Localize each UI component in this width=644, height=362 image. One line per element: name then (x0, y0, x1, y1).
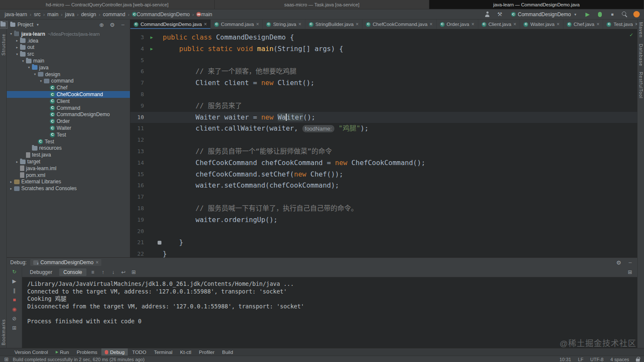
debug-tab-debugger[interactable]: Debugger (26, 268, 57, 276)
line-number[interactable]: 7 (130, 77, 147, 89)
code-line[interactable]: 21 } (130, 237, 637, 248)
hide-panel-icon[interactable] (627, 259, 634, 266)
tree-item-chefcookcommand[interactable]: ChefCookCommand (7, 91, 130, 98)
tree-item-scratches-and-consoles[interactable]: Scratches and Consoles (7, 185, 130, 192)
toolwindow-button-todo[interactable]: TODO (129, 348, 150, 356)
tree-item-waiter[interactable]: Waiter (7, 125, 130, 131)
build-hammer-icon[interactable] (496, 11, 503, 18)
bookmarks-toolwindow-button[interactable]: Bookmarks (1, 319, 6, 345)
close-icon[interactable] (596, 22, 599, 27)
scroll-up-icon[interactable]: ↑ (99, 269, 107, 275)
code-line[interactable]: 19 waiter.orderingUp(); (130, 214, 637, 226)
line-number[interactable]: 20 (130, 226, 147, 237)
inspections-ok-icon[interactable] (630, 31, 633, 38)
editor-tab-string-java[interactable]: String.java (263, 20, 305, 29)
line-number[interactable]: 19 (130, 214, 147, 226)
code-line[interactable]: 6 // 来了一个顾客，他想要吃鸡腿 (130, 66, 637, 77)
status-item-utf-8[interactable]: UTF-8 (590, 357, 604, 362)
code-line[interactable]: 17 (130, 191, 637, 203)
chevron-icon[interactable] (14, 39, 20, 43)
breadcrumb-item-main[interactable]: main (47, 11, 59, 17)
mute-breakpoints-icon[interactable]: ⊘ (12, 316, 16, 322)
window-title-tab[interactable]: saas-micro — Task.java [oa-service] (215, 0, 429, 9)
breadcrumb-item-src[interactable]: src (33, 11, 41, 17)
editor-tab-order-java[interactable]: Order.java (437, 20, 478, 29)
chevron-icon[interactable] (14, 160, 20, 164)
chevron-down-icon[interactable] (37, 23, 39, 27)
split-icon[interactable]: ⊞ (130, 269, 138, 275)
close-icon[interactable] (513, 22, 516, 27)
code-line[interactable]: 22} (130, 248, 637, 257)
rerun-icon[interactable]: ↻ (12, 269, 16, 275)
close-icon[interactable] (95, 260, 98, 265)
avatar[interactable] (633, 11, 640, 17)
line-number[interactable]: 8 (130, 89, 147, 100)
tree-item-out[interactable]: out (7, 44, 130, 51)
soft-wrap-icon[interactable]: ↩ (120, 269, 127, 275)
chevron-icon[interactable] (38, 79, 43, 83)
database-toolwindow-button[interactable]: Database (638, 44, 644, 66)
breadcrumb-item-commanddesigndemo[interactable]: CommandDesignDemo (132, 11, 190, 17)
line-number[interactable]: 16 (130, 180, 147, 191)
code-line[interactable]: 5 (130, 55, 637, 66)
console-output[interactable]: /Library/Java/JavaVirtualMachines/jdk1.8… (22, 277, 637, 348)
debug-session-tab[interactable]: CommandDesignDemo (30, 259, 102, 266)
close-icon[interactable] (430, 22, 433, 27)
status-item-10-31[interactable]: 10:31 (559, 357, 571, 362)
run-button[interactable] (584, 11, 591, 18)
run-line-icon[interactable] (150, 43, 153, 55)
tree-item-test-java[interactable]: test.java (7, 151, 130, 158)
chevron-icon[interactable] (9, 187, 14, 191)
restfultool-toolwindow-button[interactable]: RestfulTool (638, 72, 644, 99)
chevron-icon[interactable] (14, 52, 20, 56)
tree-item-order[interactable]: Order (7, 118, 130, 125)
stop-button[interactable] (609, 11, 616, 18)
line-number[interactable]: 10 (130, 112, 147, 123)
editor-tab-waiter-java[interactable]: Waiter.java (520, 20, 563, 29)
toolwindow-button-run[interactable]: Run (52, 348, 72, 356)
line-number[interactable]: 21 (130, 237, 147, 248)
code-line[interactable]: 15 chefCookCommand.setChef(new Chef()); (130, 169, 637, 180)
toolwindow-button-version-control[interactable]: Version Control (11, 348, 52, 356)
close-icon[interactable] (356, 22, 359, 27)
line-number[interactable]: 4 (130, 43, 147, 55)
debug-tab-console[interactable]: Console (59, 268, 86, 276)
stop-icon[interactable]: ■ (13, 297, 16, 303)
tree-item-test[interactable]: Test (7, 138, 130, 145)
pause-icon[interactable]: ∥ (13, 288, 16, 294)
line-number[interactable]: 14 (130, 157, 147, 169)
code-line[interactable]: 7 Client client = new Client(); (130, 77, 637, 89)
code-line[interactable]: 20 (130, 226, 637, 237)
toolwindow-button-kt-ctl[interactable]: Kt-ctl (177, 348, 195, 356)
code-line[interactable]: 14 ChefCookCommand chefCookCommand = new… (130, 157, 637, 169)
toolwindow-button-problems[interactable]: Problems (73, 348, 101, 356)
chevron-icon[interactable] (14, 46, 20, 49)
status-item-lf[interactable]: LF (578, 357, 584, 362)
code-line[interactable]: 18 // 服务员喊一下有订单了，执行自己自己带的命令。 (130, 203, 637, 214)
hide-panel-icon[interactable] (119, 21, 126, 29)
run-configuration-select[interactable]: CommandDesignDemo (509, 11, 579, 18)
tree-item-src[interactable]: src (7, 51, 130, 57)
chevron-icon[interactable] (9, 180, 14, 184)
line-number[interactable]: 12 (130, 134, 147, 146)
line-number[interactable]: 13 (130, 146, 147, 157)
breadcrumb-item-main[interactable]: main (196, 11, 213, 17)
line-number[interactable]: 17 (130, 191, 147, 203)
close-icon[interactable] (204, 22, 207, 27)
toolwindow-button-build[interactable]: Build (218, 348, 236, 356)
toolwindow-button-terminal[interactable]: Terminal (150, 348, 175, 356)
code-line[interactable]: 16 waiter.setCommand(chefCookCommand); (130, 180, 637, 191)
breadcrumb-item-java[interactable]: java (65, 11, 75, 17)
chevron-icon[interactable] (32, 72, 37, 76)
gear-icon[interactable] (615, 259, 622, 266)
tree-item-client[interactable]: Client (7, 98, 130, 105)
window-title-tab[interactable]: java-learn — CommandDesignDemo.java (429, 0, 644, 9)
line-number[interactable]: 3 (130, 32, 147, 43)
run-line-icon[interactable] (150, 32, 153, 43)
tree-item-command[interactable]: Command (7, 105, 130, 111)
editor-tab-stringbuilder-java[interactable]: StringBuilder.java (305, 20, 363, 29)
editor-tab-command-java[interactable]: Command.java (211, 20, 263, 29)
tree-item-test[interactable]: Test (7, 131, 130, 138)
close-icon[interactable] (299, 22, 302, 27)
tree-item-external-libraries[interactable]: External Libraries (7, 179, 130, 185)
